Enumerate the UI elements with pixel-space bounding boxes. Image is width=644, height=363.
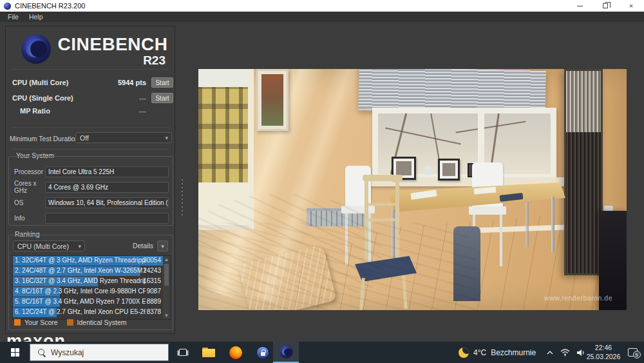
taskbar: Wyszukaj 4°C Bezchmurnie 22	[0, 342, 644, 363]
search-icon	[38, 349, 46, 357]
cpu-multi-core-label: CPU (Multi Core)	[12, 79, 109, 86]
firefox-button[interactable]	[223, 342, 249, 363]
info-row: Info	[14, 212, 169, 224]
ranking-list: 1. 32C/64T @ 3 GHz, AMD Ryzen Threadripp…	[12, 255, 171, 320]
cinebench-icon	[279, 345, 293, 358]
ranking-filter-value: CPU (Multi Core)	[17, 242, 69, 250]
render-speaker-top-object	[604, 206, 613, 211]
ranking-row-text: 3. 16C/32T @ 3.4 GHz, AMD Ryzen Threadri…	[15, 277, 146, 284]
folder-icon	[202, 348, 215, 357]
mp-ratio-label: MP Ratio	[12, 107, 109, 115]
window-title: CINEBENCH R23.200	[15, 2, 85, 10]
ranking-row-text: 2. 24C/48T @ 2.7 GHz, Intel Xeon W-3265M…	[15, 267, 146, 274]
windows-logo-icon	[11, 348, 19, 357]
processor-field[interactable]: Intel Core Ultra 5 225H	[45, 166, 169, 177]
cinema4d-logo-icon	[21, 34, 51, 64]
task-view-button[interactable]	[171, 342, 194, 363]
processor-label: Processor	[14, 168, 45, 175]
cpu-multi-core-score: 5944 pts	[109, 79, 146, 86]
system-tray	[546, 342, 585, 363]
min-test-duration-label: Minimum Test Duration	[10, 135, 79, 142]
ranking-row-score: 16315	[143, 277, 161, 284]
cpu-single-core-row: CPU (Single Core) --- Start	[12, 92, 173, 104]
start-multi-core-button[interactable]: Start	[151, 77, 173, 88]
render-building	[198, 87, 248, 184]
ranking-row[interactable]: 1. 32C/64T @ 3 GHz, AMD Ryzen Threadripp…	[13, 256, 170, 266]
ranking-row-score: 8378	[147, 308, 161, 315]
identical-system-swatch	[67, 319, 73, 326]
render-candle	[425, 166, 431, 175]
search-placeholder: Wyszukaj	[51, 348, 84, 357]
notification-icon: 5	[628, 348, 638, 357]
cores-ghz-row: Cores x GHz 4 Cores @ 3.69 GHz	[14, 181, 169, 193]
restore-button[interactable]	[592, 0, 618, 12]
render-wall-picture	[256, 69, 289, 131]
cpu-single-core-label: CPU (Single Core)	[12, 94, 109, 102]
wifi-icon[interactable]	[560, 349, 570, 357]
ranking-scrollbar[interactable]: ▲ ▼	[163, 256, 170, 319]
scroll-up-icon[interactable]: ▲	[163, 257, 170, 262]
taskbar-search[interactable]: Wyszukaj	[30, 344, 169, 361]
control-panel: CINEBENCH R23 CPU (Multi Core) 5944 pts …	[5, 26, 175, 334]
cinebench-taskbar-button[interactable]	[273, 342, 299, 363]
chevron-up-icon[interactable]	[546, 350, 554, 355]
render-cd-rack	[564, 69, 603, 275]
ranking-row-text: 4. 8C/16T @ 2.3 GHz, Intel Core i9-9880H…	[15, 288, 146, 295]
ranking-filter-select[interactable]: CPU (Multi Core) ▾	[13, 240, 85, 251]
processor-row: Processor Intel Core Ultra 5 225H	[14, 166, 169, 177]
mp-ratio-value: ---	[109, 107, 146, 115]
start-single-core-button[interactable]: Start	[151, 93, 173, 103]
render-chair-leg	[500, 215, 502, 266]
ranking-row[interactable]: 5. 8C/16T @ 3.4 GHz, AMD Ryzen 7 1700X E…	[13, 297, 170, 307]
cinebench-app-icon	[4, 3, 11, 10]
ranking-row-score: 8889	[147, 298, 161, 305]
min-test-duration-select[interactable]: Off ▾	[75, 132, 172, 143]
menu-file[interactable]: File	[8, 13, 19, 21]
minimize-button[interactable]	[567, 0, 592, 12]
details-label: Details	[133, 242, 153, 250]
weather-widget[interactable]: 4°C Bezchmurnie	[459, 342, 536, 363]
start-button[interactable]	[0, 342, 30, 363]
panel-splitter-handle[interactable]	[182, 179, 183, 218]
close-button[interactable]: ×	[618, 0, 644, 12]
info-label: Info	[14, 215, 45, 222]
os-field[interactable]: Windows 10, 64 Bit, Professional Edition…	[45, 197, 169, 208]
notification-badge: 5	[633, 351, 641, 358]
speaker-icon[interactable]	[576, 349, 585, 357]
cores-ghz-field[interactable]: 4 Cores @ 3.69 GHz	[45, 182, 169, 193]
clock-date: 25.03.2026	[587, 353, 621, 361]
weather-temp: 4°C	[473, 348, 486, 357]
taskbar-clock[interactable]: 22:46 25.03.2026	[585, 342, 622, 363]
weather-condition: Bezchmurnie	[491, 348, 536, 357]
your-score-swatch	[14, 319, 21, 326]
ranking-row-text: 6. 12C/24T @ 2.7 GHz, Intel Xeon CPU E5-…	[15, 308, 146, 315]
keepass-button[interactable]	[250, 342, 276, 363]
file-explorer-button[interactable]	[196, 342, 222, 363]
menu-bar: File Help	[0, 12, 644, 22]
ranking-row[interactable]: 3. 16C/32T @ 3.4 GHz, AMD Ryzen Threadri…	[13, 277, 170, 286]
render-viewport: www.renderbaron.de	[198, 69, 627, 310]
info-field[interactable]	[45, 213, 169, 224]
ranking-row[interactable]: 2. 24C/48T @ 2.7 GHz, Intel Xeon W-3265M…	[13, 266, 170, 276]
chevron-down-icon: ▾	[78, 243, 81, 250]
mp-ratio-row: MP Ratio ---	[12, 105, 173, 117]
logo-section: CINEBENCH R23	[6, 33, 175, 69]
scroll-down-icon[interactable]: ▼	[163, 313, 170, 319]
ranking-row-score: 30054	[143, 257, 161, 264]
scroll-thumb[interactable]	[164, 264, 169, 286]
your-system-group: Processor Intel Core Ultra 5 225H Cores …	[8, 156, 173, 226]
ranking-row[interactable]: 4. 8C/16T @ 2.3 GHz, Intel Core i9-9880H…	[13, 287, 170, 297]
ranking-row-text: 5. 8C/16T @ 3.4 GHz, AMD Ryzen 7 1700X E…	[15, 298, 146, 305]
ranking-row-score: 9087	[147, 288, 161, 295]
maxon-logo-text: maxon	[6, 331, 66, 342]
ranking-row[interactable]: 6. 12C/24T @ 2.7 GHz, Intel Xeon CPU E5-…	[13, 308, 170, 317]
action-center-button[interactable]: 5	[622, 342, 643, 363]
menu-help[interactable]: Help	[29, 13, 43, 21]
render-wooden-chair-slat	[367, 219, 397, 221]
firefox-icon	[229, 346, 242, 359]
title-bar: CINEBENCH R23.200 ×	[0, 0, 644, 12]
ranking-group: CPU (Multi Core) ▾ Details ▾ 1. 32C/64T …	[8, 235, 173, 330]
moon-icon	[459, 348, 469, 358]
details-select[interactable]: ▾	[157, 240, 168, 251]
logo-title: CINEBENCH	[57, 34, 168, 55]
